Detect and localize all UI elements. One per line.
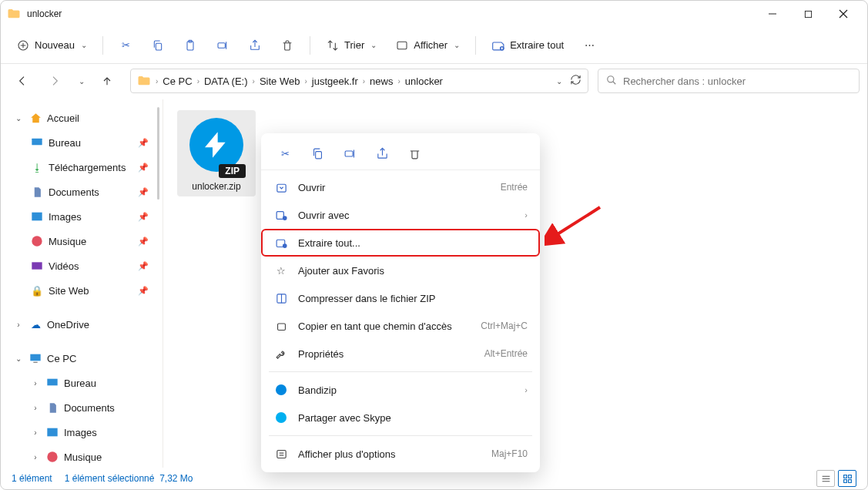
breadcrumb-bar[interactable]: › Ce PC › DATA (E:) › Site Web › justgee… xyxy=(130,69,588,93)
ctx-show-more[interactable]: Afficher plus d'optionsMaj+F10 xyxy=(261,440,540,468)
sidebar-item-onedrive[interactable]: ›☁OneDrive xyxy=(4,312,159,337)
crumb-label: Ce PC xyxy=(163,76,192,87)
svg-point-34 xyxy=(282,243,287,248)
sidebar-label: Musique xyxy=(49,236,86,247)
sidebar-item-home[interactable]: ⌄ Accueil xyxy=(4,106,159,130)
ctx-label: Copier en tant que chemin d'accès xyxy=(298,321,452,332)
wrench-icon xyxy=(273,346,289,361)
search-box[interactable] xyxy=(598,69,860,93)
sidebar-label: Bureau xyxy=(49,137,81,149)
search-input[interactable] xyxy=(623,76,851,87)
ctx-label: Propriétés xyxy=(298,348,344,360)
chevron-right-icon: › xyxy=(303,77,308,86)
copy-button[interactable] xyxy=(143,32,173,59)
chevron-right-icon: › xyxy=(251,77,256,86)
sidebar-item-documents2[interactable]: ›Documents xyxy=(4,395,159,420)
paste-button[interactable] xyxy=(176,32,205,59)
new-button[interactable]: Nouveau ⌄ xyxy=(8,32,95,59)
sort-button[interactable]: Trier ⌄ xyxy=(318,32,384,59)
cut-button[interactable]: ✂ xyxy=(111,32,140,59)
ctx-open-with[interactable]: Ouvrir avec› xyxy=(261,201,540,229)
share-button[interactable] xyxy=(240,32,270,59)
separator xyxy=(269,435,532,436)
close-button[interactable] xyxy=(826,2,861,26)
ctx-cut-button[interactable]: ✂ xyxy=(272,141,298,167)
ctx-share-button[interactable] xyxy=(369,141,395,167)
maximize-button[interactable] xyxy=(790,2,826,26)
sidebar-item-videos[interactable]: Vidéos📌 xyxy=(4,253,159,278)
svg-rect-18 xyxy=(32,213,42,221)
extract-all-button[interactable]: Extraire tout xyxy=(484,32,571,59)
sidebar-item-documents[interactable]: Documents📌 xyxy=(4,180,159,204)
crumb[interactable]: DATA (E:) xyxy=(204,76,248,87)
ctx-extract-all[interactable]: Extraire tout... xyxy=(261,229,540,257)
svg-line-42 xyxy=(554,207,600,237)
home-icon xyxy=(28,111,42,125)
minimize-button[interactable] xyxy=(755,2,790,26)
recent-dropdown[interactable]: ⌄ xyxy=(73,69,89,93)
sidebar-label: Bureau xyxy=(64,378,96,389)
ctx-label: Partager avec Skype xyxy=(298,412,391,424)
crumb[interactable]: news xyxy=(370,76,393,87)
refresh-button[interactable] xyxy=(570,74,581,88)
toolbar: Nouveau ⌄ ✂ Trier ⌄ Afficher ⌄ Extraire … xyxy=(1,27,867,64)
rename-icon xyxy=(216,39,230,52)
sidebar-item-images2[interactable]: ›Images xyxy=(4,420,159,445)
sidebar-item-images[interactable]: Images📌 xyxy=(4,204,159,229)
chevron-down-icon: ⌄ xyxy=(13,354,24,363)
chevron-right-icon: › xyxy=(154,77,159,86)
ctx-copy-path[interactable]: Copier en tant que chemin d'accèsCtrl+Ma… xyxy=(261,312,540,340)
crumb-label: news xyxy=(370,76,393,87)
pc-icon xyxy=(28,351,42,365)
chevron-right-icon: › xyxy=(524,210,528,220)
pin-icon: 📌 xyxy=(138,138,149,148)
back-button[interactable] xyxy=(8,69,36,93)
details-view-toggle[interactable] xyxy=(816,470,835,487)
sidebar-label: Musique xyxy=(64,451,102,463)
ctx-delete-button[interactable] xyxy=(401,141,427,167)
ctx-label: Afficher plus d'options xyxy=(298,448,396,460)
sidebar-item-desktop2[interactable]: ›Bureau xyxy=(4,371,159,395)
ctx-open[interactable]: OuvrirEntrée xyxy=(261,173,540,201)
delete-button[interactable] xyxy=(273,32,302,59)
sidebar-item-thispc[interactable]: ⌄Ce PC xyxy=(4,346,159,371)
crumb[interactable]: Ce PC xyxy=(163,76,192,87)
sidebar-item-siteweb[interactable]: 🔒Site Web📌 xyxy=(4,278,159,303)
forward-button[interactable] xyxy=(41,69,69,93)
ctx-favorites[interactable]: ☆Ajouter aux Favoris xyxy=(261,257,540,284)
svg-rect-7 xyxy=(156,43,161,50)
rename-button[interactable] xyxy=(208,32,237,59)
item-count: 1 élément xyxy=(12,473,52,484)
ctx-bandizip[interactable]: Bandizip› xyxy=(261,376,540,404)
crumb[interactable]: Site Web xyxy=(260,76,300,87)
chevron-right-icon: › xyxy=(30,404,41,412)
separator xyxy=(102,36,103,55)
crumb-label: justgeek.fr xyxy=(312,76,358,87)
ctx-copy-button[interactable] xyxy=(304,141,330,167)
view-button[interactable]: Afficher ⌄ xyxy=(387,32,468,59)
svg-rect-22 xyxy=(33,362,37,363)
crumb[interactable]: unlocker xyxy=(405,76,443,87)
icons-view-toggle[interactable] xyxy=(838,470,856,487)
up-button[interactable] xyxy=(93,69,121,93)
svg-rect-48 xyxy=(843,479,846,482)
chevron-right-icon: › xyxy=(361,77,367,86)
address-dropdown[interactable]: ⌄ xyxy=(556,77,562,86)
ctx-rename-button[interactable] xyxy=(337,141,363,167)
ctx-properties[interactable]: PropriétésAlt+Entrée xyxy=(261,340,540,368)
cut-icon: ✂ xyxy=(119,39,132,52)
separator xyxy=(475,36,476,55)
sidebar-item-desktop[interactable]: Bureau📌 xyxy=(4,130,159,155)
sidebar-item-music2[interactable]: ›Musique xyxy=(4,445,159,468)
view-icon xyxy=(395,39,409,52)
file-item-unlocker-zip[interactable]: ZIP unlocker.zip xyxy=(177,110,256,196)
more-button[interactable]: ⋯ xyxy=(575,32,604,59)
ctx-label: Ouvrir avec xyxy=(298,210,349,221)
crumb[interactable]: justgeek.fr xyxy=(312,76,358,87)
ctx-compress[interactable]: Compresser dans le fichier ZIP xyxy=(261,284,540,312)
sidebar-item-downloads[interactable]: ⭳Téléchargements📌 xyxy=(4,155,159,180)
svg-point-19 xyxy=(32,236,42,246)
ctx-skype[interactable]: Partager avec Skype xyxy=(261,404,540,431)
sidebar-label: Vidéos xyxy=(49,260,79,272)
sidebar-item-music[interactable]: Musique📌 xyxy=(4,229,159,253)
